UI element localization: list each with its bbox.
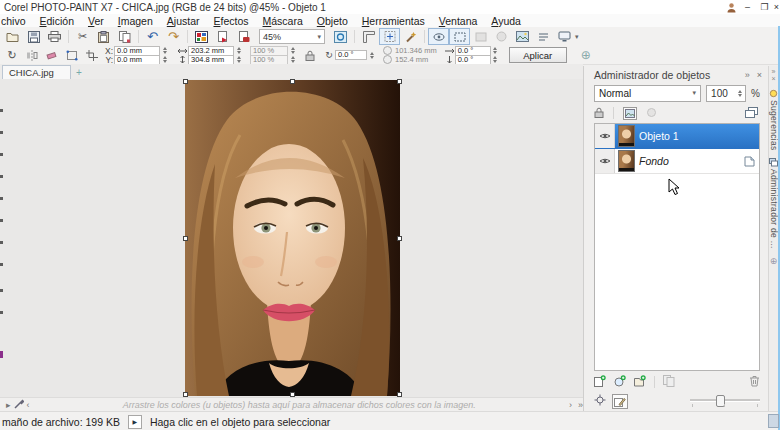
strip-close-icon[interactable]: × — [771, 75, 775, 82]
menu-ver[interactable]: Ver — [81, 15, 111, 27]
y-spinner[interactable] — [161, 56, 168, 64]
docker-tab-sugerencias[interactable]: Sugerencias — [769, 89, 779, 151]
redo-icon[interactable]: ↷ — [163, 28, 184, 45]
options-list-icon[interactable] — [533, 28, 554, 45]
merge-mode-select[interactable]: Normal ▾ — [594, 85, 701, 102]
menu-efectos[interactable]: Efectos — [206, 15, 255, 27]
selection-handle[interactable] — [183, 392, 188, 397]
rotate-tool-icon[interactable]: ↻ — [2, 47, 22, 63]
export-icon[interactable] — [212, 28, 233, 45]
photo-object[interactable] — [185, 80, 400, 396]
menu-mascara[interactable]: Máscara — [256, 15, 310, 27]
center-y-value[interactable]: 152.4 mm — [393, 56, 437, 64]
palette-play-icon[interactable]: ▸ — [3, 400, 14, 410]
menu-objeto[interactable]: Objeto — [310, 15, 355, 27]
eyedropper-icon[interactable] — [14, 399, 24, 411]
selection-handle[interactable] — [290, 392, 295, 397]
open-icon[interactable] — [2, 28, 23, 45]
palette-expand-icon[interactable]: › — [566, 400, 575, 410]
restore-button[interactable]: ❐ — [756, 0, 773, 14]
object-row-objeto-1[interactable]: Objeto 1 — [595, 124, 759, 149]
print-icon[interactable] — [44, 28, 65, 45]
docker-tab-administrador[interactable]: Administrador de ... — [769, 158, 779, 249]
palette-back-icon[interactable]: ‹ — [24, 400, 33, 410]
menu-archivo[interactable]: chivo — [0, 15, 33, 27]
scale-h-spinner[interactable] — [289, 56, 296, 64]
add-docker-icon[interactable]: ⊕ — [770, 256, 778, 266]
height-spinner[interactable] — [235, 56, 242, 64]
skew-v-spinner[interactable] — [492, 56, 499, 64]
layer-options-icon[interactable] — [745, 104, 758, 122]
menu-ayuda[interactable]: Ayuda — [484, 15, 528, 27]
import-icon[interactable] — [191, 28, 212, 45]
zoom-level-select[interactable]: 45% ▾ — [259, 29, 325, 44]
new-object-icon[interactable] — [594, 373, 606, 391]
scale-h-input[interactable]: 100 % — [250, 55, 288, 65]
menu-edicion[interactable]: Edición — [33, 15, 81, 27]
apply-button[interactable]: Aplicar — [509, 47, 567, 63]
export-pdf-icon[interactable] — [233, 28, 254, 45]
new-tab-button[interactable]: + — [71, 66, 87, 79]
save-icon[interactable] — [23, 28, 44, 45]
eraser-icon[interactable] — [42, 47, 62, 63]
zoom-fit-icon[interactable] — [330, 28, 351, 45]
launcher-icon[interactable] — [554, 28, 575, 45]
docker-collapse-icon[interactable]: » — [745, 70, 750, 80]
edit-transparency-icon[interactable] — [612, 394, 628, 409]
selection-handle[interactable] — [397, 79, 402, 84]
angle-input[interactable]: 0.0 ° — [335, 50, 367, 60]
selection-handle[interactable] — [290, 79, 295, 84]
mask-border-icon[interactable] — [449, 28, 470, 45]
y-input[interactable]: 0.0 mm — [114, 55, 160, 65]
account-avatar-icon[interactable] — [723, 2, 739, 13]
menu-ajustar[interactable]: Ajustar — [160, 15, 207, 27]
opacity-input[interactable]: 100 — [706, 85, 746, 102]
undo-icon[interactable]: ↶ — [142, 28, 163, 45]
selection-handle[interactable] — [183, 79, 188, 84]
lock-transparency-icon[interactable] — [594, 104, 604, 122]
selection-handle[interactable] — [397, 236, 402, 241]
crop-icon[interactable] — [82, 47, 102, 63]
menu-imagen[interactable]: Imagen — [111, 15, 160, 27]
visibility-eye-icon[interactable] — [595, 149, 615, 173]
pick-center-icon[interactable]: ⊕ — [581, 48, 591, 62]
show-thumbnails-icon[interactable] — [623, 107, 637, 120]
rulers-icon[interactable] — [358, 28, 379, 45]
cut-icon[interactable]: ✂ — [72, 28, 93, 45]
selection-handle[interactable] — [397, 392, 402, 397]
flip-icon[interactable] — [22, 47, 42, 63]
visibility-eye-icon[interactable] — [595, 124, 615, 148]
copy-icon[interactable] — [114, 28, 135, 45]
opacity-spinner[interactable] — [736, 89, 743, 97]
canvas[interactable] — [0, 79, 583, 397]
new-clip-group-icon[interactable] — [634, 373, 646, 391]
menu-herramientas[interactable]: Herramientas — [355, 15, 432, 27]
strip-collapse-icon[interactable]: » — [772, 68, 776, 75]
lock-ratio-icon[interactable] — [300, 47, 320, 63]
snap-icon[interactable] — [379, 28, 400, 45]
toolbar-separator — [354, 30, 355, 43]
image-adjust-icon[interactable] — [512, 28, 533, 45]
height-input[interactable]: 304.8 mm — [188, 55, 234, 65]
window-controls: – ❐ × — [723, 0, 780, 14]
paste-icon[interactable] — [93, 28, 114, 45]
launcher-dropdown-icon[interactable]: ▾ — [575, 33, 579, 41]
angle-spinner[interactable] — [368, 51, 375, 59]
status-popup-icon[interactable]: ▶ — [128, 415, 142, 429]
position-anchor-icon[interactable] — [594, 392, 606, 410]
wand-icon[interactable] — [400, 28, 421, 45]
new-lens-icon[interactable] — [614, 373, 626, 391]
close-button[interactable]: × — [773, 0, 780, 14]
skew-v-input[interactable]: 0.0 ° — [455, 55, 491, 65]
minimize-button[interactable]: – — [739, 0, 756, 14]
center-x-value[interactable]: 101.346 mm — [393, 47, 439, 55]
menu-ventana[interactable]: Ventana — [432, 15, 485, 27]
object-row-fondo[interactable]: Fondo — [595, 149, 759, 174]
tab-chica-jpg[interactable]: CHICA.jpg — [2, 65, 71, 79]
transform-icon[interactable] — [62, 47, 82, 63]
opacity-slider[interactable] — [690, 394, 760, 408]
mask-marquee-icon[interactable] — [428, 28, 449, 45]
selection-handle[interactable] — [183, 236, 188, 241]
docker-close-icon[interactable]: × — [757, 70, 762, 80]
position-fields: X: 0.0 mm Y: 0.0 mm — [104, 47, 168, 64]
